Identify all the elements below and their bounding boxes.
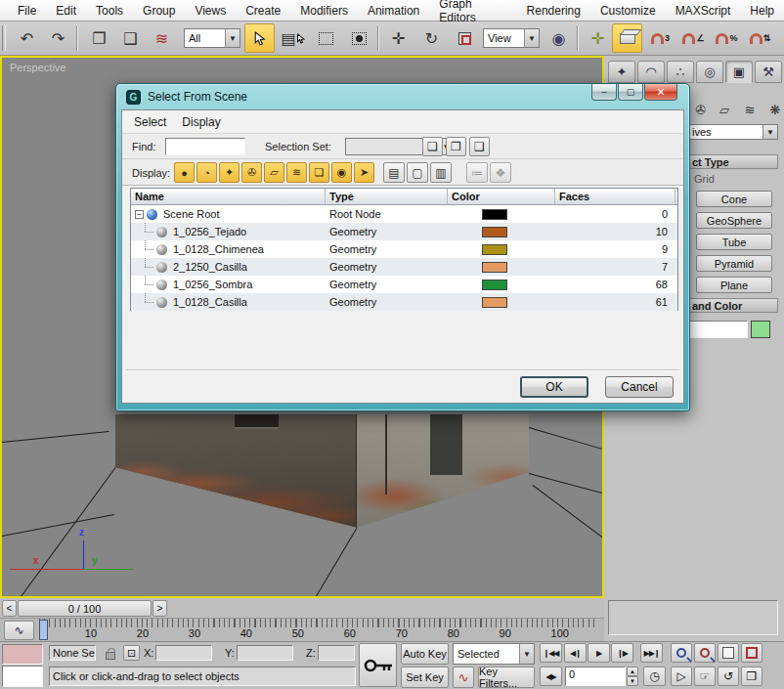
systems-category-button[interactable]: ❋ [764,100,784,119]
sort-by-hierarchy-button[interactable]: ≔ [466,162,488,183]
table-header[interactable]: NameTypeColorFaces [131,189,677,205]
cameras-filter-button[interactable]: ✇ [241,162,262,183]
toolbar-drag-handle[interactable] [2,25,6,51]
name-and-color-rollout[interactable]: and Color [682,298,778,313]
helpers-category-button[interactable]: ▱ [714,100,735,119]
hierarchy-tab[interactable]: ∴ [667,61,694,83]
table-row[interactable]: −Scene Root Root Node 0 [131,205,677,223]
selection-count-field[interactable]: None Se [49,645,96,661]
display-blank-button[interactable]: ▢ [407,162,428,183]
next-frame-arrow-button[interactable]: > [152,600,167,617]
table-row[interactable]: −2_1250_Casilla Geometry 7 [131,258,677,276]
selection-lock-toggle[interactable] [102,644,119,662]
close-button[interactable]: ✕ [644,84,677,101]
dialog-menu-item[interactable]: Select [132,113,180,131]
object-type-rollout[interactable]: ct Type [682,154,778,169]
snaps-toggle-button[interactable] [612,23,642,53]
modify-tab[interactable]: ◠ [637,61,665,83]
angle-snap-button[interactable]: ∠ [678,23,709,53]
select-and-scale-button[interactable] [450,23,480,53]
helpers-filter-button[interactable]: ▱ [264,162,284,183]
groups-filter-button[interactable]: ❏ [309,162,329,183]
menu-item[interactable]: Modifiers [290,2,358,20]
column-header-faces[interactable]: Faces [555,189,675,204]
motion-tab[interactable]: ◎ [696,61,723,83]
select-and-link-button[interactable]: ❐ [84,23,114,53]
selection-set-keying-dropdown[interactable]: Selected ▼ [453,643,535,665]
zoom-extents-all-button[interactable] [741,643,762,663]
spinner-snap-button[interactable]: ⇅ [745,23,775,53]
geometry-filter-button[interactable]: ● [174,162,195,183]
bind-to-space-warp-button[interactable]: ≋ [147,23,177,53]
menu-item[interactable]: Help [740,2,784,20]
object-type-button[interactable]: Tube [696,234,772,250]
macro-recorder-field[interactable] [2,644,43,665]
edit-named-selections-button[interactable]: ❑ [469,137,490,156]
viewport-label[interactable]: Perspective [10,62,65,73]
undo-button[interactable]: ↶ [12,23,42,53]
unlink-selection-button[interactable]: ❑ [115,23,146,53]
column-header-color[interactable]: Color [448,189,555,204]
utilities-tab[interactable]: ⚒ [755,61,782,83]
menu-item[interactable]: Rendering [517,2,590,20]
color-swatch[interactable] [482,227,507,237]
column-header-name[interactable]: Name [131,189,326,204]
spinner-up-icon[interactable]: ▲ [627,667,638,676]
zoom-button[interactable] [671,643,692,663]
auto-key-button[interactable]: Auto Key [401,643,449,665]
menu-item[interactable]: Animation [358,2,429,20]
object-type-button[interactable]: GeoSphere [696,212,772,229]
display-columns-button[interactable]: ▥ [430,162,452,183]
x-coordinate-field[interactable] [155,645,212,661]
menu-item[interactable]: MAXScript [666,2,741,20]
arc-rotate-button[interactable]: ↺ [718,667,739,686]
color-swatch[interactable] [482,297,507,308]
bones-filter-button[interactable]: ➤ [354,162,374,183]
table-row[interactable]: −1_0128_Chimenea Geometry 9 [131,240,677,258]
create-tab[interactable]: ✦ [608,61,635,83]
absolute-mode-toggle[interactable]: ⊡ [123,645,140,661]
track-bar[interactable]: ∿ 0102030405060708090100 [0,618,604,641]
play-button[interactable]: ▶ [588,643,610,663]
color-swatch[interactable] [482,209,507,220]
zoom-extents-button[interactable] [718,643,739,663]
maximize-button[interactable]: ▢ [618,84,643,101]
cancel-button[interactable]: Cancel [605,376,674,398]
track-bar-ruler[interactable]: 0102030405060708090100 [37,619,596,642]
xrefs-filter-button[interactable]: ◉ [331,162,352,183]
house-model-right-face[interactable] [357,414,529,528]
column-header-type[interactable]: Type [326,189,448,204]
set-key-button[interactable]: Set Key [401,667,449,688]
cameras-category-button[interactable]: ✇ [690,100,712,119]
y-coordinate-field[interactable] [237,645,293,661]
sync-selection-button[interactable]: ❖ [490,162,511,183]
ok-button[interactable]: OK [520,376,588,398]
select-by-name-button[interactable]: ▤ [278,23,308,53]
object-type-button[interactable]: Pyramid [696,255,772,272]
spinner-down-icon[interactable]: ▼ [627,676,638,686]
reference-coordinate-system-dropdown[interactable]: View ▼ [483,28,540,48]
color-swatch[interactable] [482,244,507,255]
maximize-viewport-toggle[interactable]: ❒ [741,667,762,686]
object-type-button[interactable]: Plane [696,277,772,293]
percent-snap-button[interactable]: % [712,23,742,53]
selection-filter-dropdown[interactable]: All ▼ [184,28,240,48]
table-row[interactable]: −1_0128_Casilla Geometry 61 [131,293,677,311]
previous-frame-button[interactable]: ◀❙ [564,643,587,663]
lights-filter-button[interactable]: ✦ [219,162,240,183]
menu-item[interactable]: Views [185,2,236,20]
object-color-swatch[interactable] [751,321,770,338]
go-to-start-button[interactable]: ❙◀◀ [540,643,562,663]
object-name-field[interactable] [682,321,748,338]
key-mode-toggle-button[interactable]: ◀▶ [540,667,562,686]
dialog-menu-item[interactable]: Display [180,113,234,131]
frame-spinner[interactable]: ▲ ▼ [627,667,638,686]
pan-view-button[interactable]: ☞ [694,667,716,686]
color-swatch[interactable] [482,262,507,273]
previous-frame-arrow-button[interactable]: < [2,600,17,617]
menu-item[interactable]: File [8,2,46,20]
display-as-list-button[interactable]: ▤ [383,162,405,183]
select-object-button[interactable] [244,23,275,53]
use-pivot-point-center-button[interactable]: ◉ [544,23,574,53]
maxscript-listener-field[interactable] [2,666,43,687]
